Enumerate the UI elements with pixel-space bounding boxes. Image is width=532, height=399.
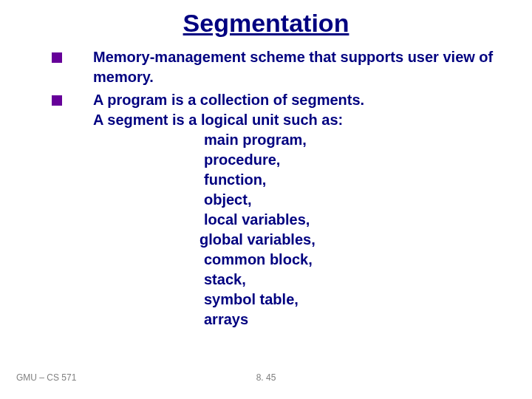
bullet-text: A segment is a logical unit such as: bbox=[93, 112, 343, 128]
sublist-item: local variables, bbox=[204, 210, 502, 230]
sublist-item: stack, bbox=[204, 270, 502, 290]
sublist: main program, procedure, function, objec… bbox=[204, 130, 502, 330]
slide-content: Memory-management scheme that supports u… bbox=[52, 47, 502, 332]
square-bullet-icon bbox=[52, 95, 62, 106]
slide: Segmentation Memory-management scheme th… bbox=[0, 0, 532, 399]
sublist-item: symbol table, bbox=[204, 290, 502, 310]
sublist-item: arrays bbox=[204, 310, 502, 330]
square-bullet-icon bbox=[52, 52, 62, 63]
footer-page-number: 8. 45 bbox=[0, 372, 532, 383]
slide-title: Segmentation bbox=[0, 9, 532, 38]
bullet-item: A program is a collection of segments. A… bbox=[52, 90, 502, 330]
sublist-item: function, bbox=[204, 170, 502, 190]
bullet-text: A program is a collection of segments. bbox=[93, 92, 364, 108]
sublist-item: main program, bbox=[204, 130, 502, 150]
sublist-item: procedure, bbox=[204, 150, 502, 170]
bullet-text: Memory-management scheme that supports u… bbox=[93, 49, 493, 85]
sublist-item: common block, bbox=[204, 250, 502, 270]
bullet-item: Memory-management scheme that supports u… bbox=[52, 47, 502, 87]
sublist-item: global variables, bbox=[200, 230, 502, 250]
sublist-item: object, bbox=[204, 190, 502, 210]
